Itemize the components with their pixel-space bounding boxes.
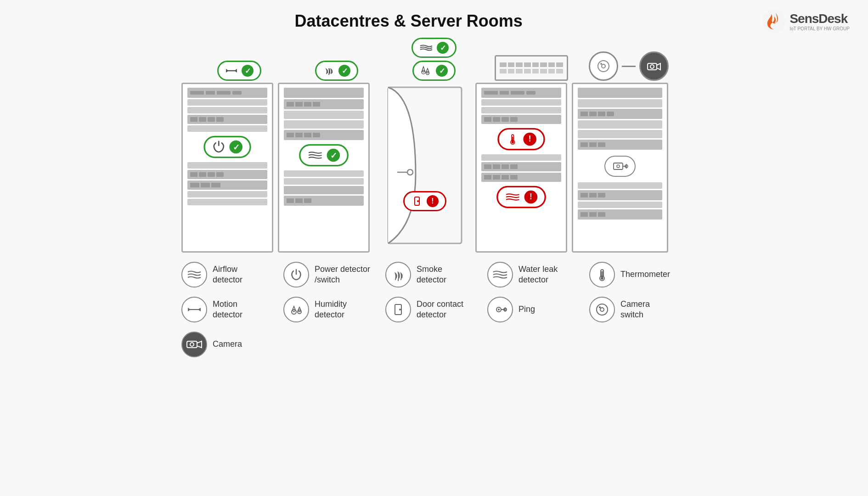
top-badge-motion: ✓ <box>217 61 261 81</box>
legend-item-airflow: Airflow detector <box>181 262 279 287</box>
smoke-legend-icon <box>391 268 405 282</box>
legend-label-water: Water leak detector <box>519 264 558 286</box>
rack-wrapper-4 <box>572 83 673 253</box>
legend-label-camswitch: Camera switch <box>620 299 650 321</box>
rack0-badge: ✓ <box>203 136 251 158</box>
svg-marker-2 <box>226 69 229 73</box>
legend-icon-thermo <box>589 262 615 287</box>
door-badge: ! <box>403 191 446 211</box>
rack-wrapper-3: ! ! <box>475 83 572 253</box>
legend-item-thermo: Thermometer <box>589 262 687 287</box>
legend-item-humidity: Humidity detector <box>283 297 381 322</box>
svg-point-35 <box>399 309 401 310</box>
rack1-check: ✓ <box>327 149 340 162</box>
legend-label-humidity: Humidity detector <box>315 299 347 321</box>
svg-point-28 <box>601 277 603 280</box>
legend-icon-door <box>385 297 411 322</box>
legend-icon-power <box>283 262 309 287</box>
rack3-alert-icon: ! <box>523 133 536 146</box>
legend-icon-ping <box>487 297 513 322</box>
water-icon-rack3 <box>505 192 520 202</box>
water-legend-icon <box>492 269 508 280</box>
top-badge-water: ✓ <box>412 61 456 81</box>
airflow-icon-top <box>419 44 433 52</box>
ups-icon <box>495 55 568 81</box>
legend-icon-camera <box>181 332 207 357</box>
rack4-device-badge <box>604 156 636 177</box>
door-alert-icon: ! <box>427 195 439 207</box>
camera-switch-icon-left <box>589 51 618 81</box>
svg-point-6 <box>598 61 609 72</box>
legend-label-thermo: Thermometer <box>620 269 670 280</box>
airflow-legend-icon <box>187 270 202 280</box>
racks-row: ✓ <box>181 83 687 253</box>
motion-icon <box>225 66 238 75</box>
logo-text: SensDesk IoT PORTAL BY HW GROUP <box>789 11 850 31</box>
rack-1: ✓ <box>278 83 370 253</box>
legend: Airflow detector Power detector /switch <box>181 262 687 357</box>
legend-item-power: Power detector /switch <box>283 262 381 287</box>
legend-label-camera: Camera <box>213 339 242 349</box>
svg-point-21 <box>617 165 620 168</box>
legend-label-door: Door contact detector <box>417 299 463 321</box>
humidity-legend-icon <box>289 303 303 316</box>
svg-marker-3 <box>234 69 237 73</box>
check-icon-2: ✓ <box>338 65 350 77</box>
svg-point-41 <box>597 304 608 315</box>
svg-point-10 <box>650 65 654 68</box>
page-title: Datacentres & Server Rooms <box>295 11 523 31</box>
top-col-4 <box>583 51 675 81</box>
svg-point-46 <box>190 343 194 346</box>
logo-name: SensDesk <box>789 11 850 26</box>
connector-line <box>622 66 636 67</box>
top-col-2: ✓ ✓ <box>388 38 480 81</box>
svg-marker-30 <box>188 308 191 311</box>
legend-item-motion: Motion detector <box>181 297 279 322</box>
legend-item-smoke: Smoke detector <box>385 262 483 287</box>
legend-icon-airflow <box>181 262 207 287</box>
rack3-water-badge: ! <box>496 186 546 208</box>
top-badge-airflow: ✓ <box>411 38 457 58</box>
check-icon-3: ✓ <box>437 42 449 54</box>
power-legend-icon <box>289 268 303 282</box>
full-layout: ✓ ✓ <box>18 38 850 357</box>
legend-item-door: Door contact detector <box>385 297 483 322</box>
legend-icon-smoke <box>385 262 411 287</box>
svg-rect-27 <box>602 271 603 276</box>
legend-icon-humidity <box>283 297 309 322</box>
svg-point-37 <box>498 309 500 310</box>
legend-icon-camswitch <box>589 297 615 322</box>
door-contact-icon <box>411 195 423 207</box>
top-icons-row: ✓ ✓ <box>181 38 687 81</box>
legend-item-ping: Ping <box>487 297 585 322</box>
legend-label-power: Power detector /switch <box>315 264 370 286</box>
legend-label-ping: Ping <box>519 304 535 315</box>
check-icon-4: ✓ <box>436 65 448 77</box>
network-device-icon <box>612 159 628 173</box>
rack-3: ! ! <box>475 83 567 253</box>
power-icon-rack0 <box>212 141 225 154</box>
camera-legend-icon <box>186 338 203 350</box>
svg-point-7 <box>602 64 605 68</box>
camswitch-legend-icon <box>595 303 609 316</box>
legend-item-camswitch: Camera switch <box>589 297 687 322</box>
door-alert-badge: ! <box>403 191 446 211</box>
legend-item-water: Water leak detector <box>487 262 585 287</box>
airflow-icon-rack1 <box>308 151 323 160</box>
door-svg <box>379 83 471 253</box>
rack-wrapper-1: ✓ <box>278 83 374 253</box>
rack-4 <box>572 83 668 253</box>
check-icon: ✓ <box>242 65 254 77</box>
smoke-icon <box>323 65 335 77</box>
rack-0: ✓ <box>181 83 273 253</box>
legend-label-airflow: Airflow detector <box>213 264 242 286</box>
cam-switch-icon <box>597 59 610 73</box>
rack1-badge: ✓ <box>299 144 349 166</box>
water-icon-top <box>420 65 432 77</box>
sensdesk-logo: SensDesk IoT PORTAL BY HW GROUP <box>762 9 850 33</box>
top-col-1: ✓ <box>291 61 383 81</box>
rack0-check: ✓ <box>229 141 242 154</box>
motion-legend-icon <box>186 304 202 315</box>
svg-point-8 <box>600 63 602 65</box>
camera-body-icon <box>647 61 661 72</box>
